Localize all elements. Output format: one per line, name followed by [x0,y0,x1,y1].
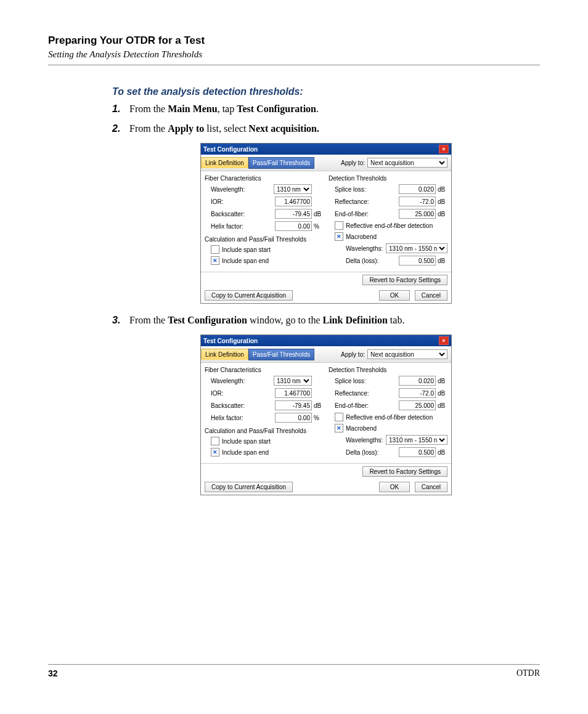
delta-input-2[interactable] [399,447,436,457]
step-1-pre: From the [129,103,168,114]
tab-link-definition-2[interactable]: Link Definition [201,349,248,360]
eof-unit: dB [438,211,447,217]
apply-to-label-2: Apply to: [341,351,365,358]
splice-input-2[interactable] [399,376,436,386]
close-icon-2[interactable]: × [439,336,449,345]
tab-link-definition[interactable]: Link Definition [201,157,248,168]
col-left: Fiber Characteristics Wavelength: 1310 n… [205,174,324,268]
macrobend-label-2: Macrobend [346,425,377,432]
revert-button-2[interactable]: Revert to Factory Settings [362,466,447,477]
ior-input-2[interactable] [275,388,312,398]
cancel-button-2[interactable]: Cancel [415,482,447,492]
apply-to-select[interactable]: Next acquisition [367,158,447,168]
wavelength-label: Wavelength: [211,186,274,193]
backscatter-unit: dB [314,211,324,217]
step-1-num: 1. [112,103,129,115]
ior-label: IOR: [211,198,275,205]
refl-label-2: Reflectance: [335,390,399,397]
product-name: OTDR [517,668,540,678]
col-right: Detection Thresholds Splice loss:dB Refl… [329,174,447,268]
eof-label-2: End-of-fiber: [335,402,399,409]
cancel-button[interactable]: Cancel [415,290,447,301]
eof-input-2[interactable] [399,400,436,410]
wavelength-select[interactable]: 1310 nm [274,184,312,194]
dialog-title-2: Test Configuration [203,338,258,344]
step-2-num: 2. [112,123,129,134]
revert-button[interactable]: Revert to Factory Settings [362,275,447,285]
wavelength-label-2: Wavelength: [211,378,274,384]
tabbar-2: Link Definition Pass/Fail Thresholds App… [201,346,451,363]
col-right-2: Detection Thresholds Splice loss:dB Refl… [329,365,447,460]
tab-passfail[interactable]: Pass/Fail Thresholds [248,157,314,169]
copy-button[interactable]: Copy to Current Acquisition [205,290,293,301]
eof-unit-2: dB [438,402,447,409]
dialog-title: Test Configuration [203,146,258,153]
backscatter-unit-2: dB [314,402,324,409]
refl-input-2[interactable] [399,388,436,398]
apply-to-select-2[interactable]: Next acquisition [367,349,447,359]
span-end-checkbox[interactable]: ✕ [211,256,219,265]
span-start-checkbox[interactable] [211,245,219,254]
tab-passfail-2[interactable]: Pass/Fail Thresholds [248,349,314,360]
delta-unit-2: dB [438,449,447,456]
splice-label-2: Splice loss: [335,378,399,384]
dialog-titlebar: Test Configuration × [201,144,451,155]
step-2-b2: Next acquisition. [248,123,319,134]
refl-unit: dB [438,198,447,205]
step-1-post: . [316,103,319,114]
fiber-group-title: Fiber Characteristics [205,175,324,182]
backscatter-label: Backscatter: [211,211,275,217]
backscatter-input[interactable] [275,209,312,219]
step-2-mid: list, select [204,123,248,134]
splice-input[interactable] [399,184,436,194]
backscatter-input-2[interactable] [275,400,312,410]
ok-button-2[interactable]: OK [379,482,410,492]
span-start-checkbox-2[interactable] [211,437,219,445]
step-1: 1. From the Main Menu, tap Test Configur… [112,103,540,115]
reflective-eof-checkbox[interactable] [335,221,343,230]
step-3-b2: Link Definition [323,315,388,325]
apply-to-label: Apply to: [341,160,365,166]
step-1-mid: , tap [218,103,237,114]
step-3-num: 3. [112,315,129,326]
step-3-post: tab. [388,315,405,325]
delta-unit: dB [438,258,447,264]
refl-label: Reflectance: [335,198,399,205]
step-3-mid: window, go to the [247,315,323,325]
ior-input[interactable] [275,197,312,206]
delta-label-2: Delta (loss): [346,449,399,456]
macrobend-checkbox-2[interactable]: ✕ [335,424,343,432]
close-icon[interactable]: × [439,145,449,153]
wavelengths-select[interactable]: 1310 nm - 1550 nm [386,243,447,253]
helix-label-2: Helix factor: [211,415,275,421]
helix-input-2[interactable] [275,413,312,423]
reflective-eof-checkbox-2[interactable] [335,413,343,421]
calc-group-title: Calculation and Pass/Fail Thresholds [205,236,324,243]
span-end-checkbox-2[interactable]: ✕ [211,448,219,456]
span-start-label-2: Include span start [222,438,271,445]
wavelength-select-2[interactable]: 1310 nm [274,376,312,386]
step-1-b1: Main Menu [168,103,217,114]
step-2-b1: Apply to [168,123,204,134]
span-end-label-2: Include span end [222,449,269,456]
span-start-label: Include span start [222,246,271,253]
wavelengths-select-2[interactable]: 1310 nm - 1550 nm [386,435,447,445]
eof-input[interactable] [399,209,436,219]
page-title: Preparing Your OTDR for a Test [48,34,540,47]
helix-unit-2: % [314,415,324,421]
detect-group-title: Detection Thresholds [329,175,447,182]
backscatter-label-2: Backscatter: [211,402,275,409]
wavelengths-label: Wavelengths: [346,245,386,252]
refl-input[interactable] [399,197,436,206]
calc-group-title-2: Calculation and Pass/Fail Thresholds [205,428,324,434]
fiber-group-title-2: Fiber Characteristics [205,367,324,373]
dialog-1: Test Configuration × Link Definition Pas… [200,143,452,304]
col-left-2: Fiber Characteristics Wavelength:1310 nm… [205,365,324,460]
delta-input[interactable] [399,256,436,266]
helix-input[interactable] [275,221,312,231]
macrobend-checkbox[interactable]: ✕ [335,232,343,241]
copy-button-2[interactable]: Copy to Current Acquisition [205,482,293,492]
delta-label: Delta (loss): [346,258,399,264]
ok-button[interactable]: OK [379,290,410,301]
step-3: 3. From the Test Configuration window, g… [112,315,540,326]
